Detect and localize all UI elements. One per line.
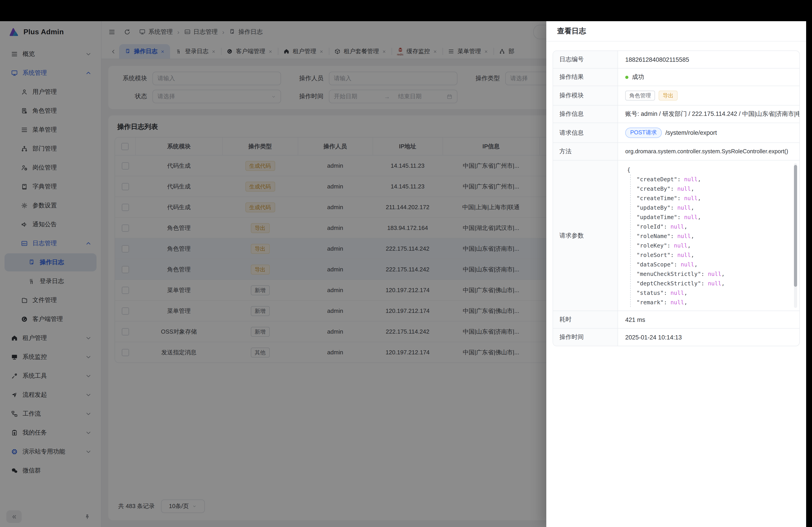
params-row: 请求参数 {"createDept": null,"createBy": nul… xyxy=(553,160,799,311)
json-line: "createDept": null, xyxy=(637,175,788,184)
json-line: "updateBy": null, xyxy=(637,203,788,212)
cost-row: 耗时 421 ms xyxy=(553,311,799,328)
drawer-body: 日志编号 1882612840802115585 操作结果 成功 操作模块 角色… xyxy=(546,42,806,527)
json-line: "createBy": null, xyxy=(637,184,788,193)
module-tag: 导出 xyxy=(658,91,678,101)
module-tags: 角色管理导出 xyxy=(618,86,799,105)
time-row: 操作时间 2025-01-24 10:14:13 xyxy=(553,328,799,346)
json-line: "createTime": null, xyxy=(637,193,788,203)
json-line: "dataScope": null, xyxy=(637,260,788,269)
method-row: 方法 org.dromara.system.controller.system.… xyxy=(553,142,799,160)
success-dot-icon xyxy=(625,76,628,79)
request-params-code: {"createDept": null,"createBy": null,"cr… xyxy=(618,161,799,311)
module-row: 操作模块 角色管理导出 xyxy=(553,86,799,105)
json-line: "menuCheckStrictly": null, xyxy=(637,269,788,278)
json-line: "updateTime": null, xyxy=(637,212,788,222)
request-url: /system/role/export xyxy=(665,130,717,136)
request-row: 请求信息 POST请求 /system/role/export xyxy=(553,123,799,142)
json-line: "status": null, xyxy=(637,288,788,298)
view-log-drawer: 查看日志 日志编号 1882612840802115585 操作结果 成功 xyxy=(546,21,806,527)
json-line: "deptCheckStrictly": null, xyxy=(637,278,788,288)
json-line: "roleSort": null, xyxy=(637,250,788,260)
json-line: "roleName": null, xyxy=(637,231,788,241)
info-row: 操作信息 账号: admin / 研发部门 / 222.175.114.242 … xyxy=(553,105,799,123)
json-code: {"createDept": null,"createBy": null,"cr… xyxy=(618,161,799,311)
json-line: "roleId": null, xyxy=(637,222,788,231)
json-line: "roleKey": null, xyxy=(637,241,788,250)
app-window: Plus Admin 概览系统管理用户管理角色管理菜单管理部门管理岗位管理字典管… xyxy=(0,21,806,527)
drawer-header: 查看日志 xyxy=(546,21,806,42)
json-line: "remark": null, xyxy=(637,298,788,307)
log-id-value: 1882612840802115585 xyxy=(618,51,799,68)
module-tag: 角色管理 xyxy=(625,91,655,101)
time-value: 2025-01-24 10:14:13 xyxy=(618,329,799,346)
result-value: 成功 xyxy=(618,69,799,86)
drawer-title: 查看日志 xyxy=(557,26,586,36)
log-id-row: 日志编号 1882612840802115585 xyxy=(553,51,799,68)
screen: Plus Admin 概览系统管理用户管理角色管理菜单管理部门管理岗位管理字典管… xyxy=(0,0,812,527)
post-method-badge: POST请求 xyxy=(625,127,662,138)
json-open-brace: { xyxy=(627,165,788,175)
json-lines: "createDept": null,"createBy": null,"cre… xyxy=(630,175,788,307)
cost-value: 421 ms xyxy=(618,311,799,328)
result-row: 操作结果 成功 xyxy=(553,68,799,86)
log-detail-table: 日志编号 1882612840802115585 操作结果 成功 操作模块 角色… xyxy=(553,50,800,346)
request-value: POST请求 /system/role/export xyxy=(618,123,799,142)
operation-info-value: 账号: admin / 研发部门 / 222.175.114.242 / 中国|… xyxy=(618,105,799,123)
method-value: org.dromara.system.controller.system.Sys… xyxy=(618,143,799,160)
code-scrollbar-thumb[interactable] xyxy=(794,165,797,286)
code-scrollbar xyxy=(794,163,797,308)
